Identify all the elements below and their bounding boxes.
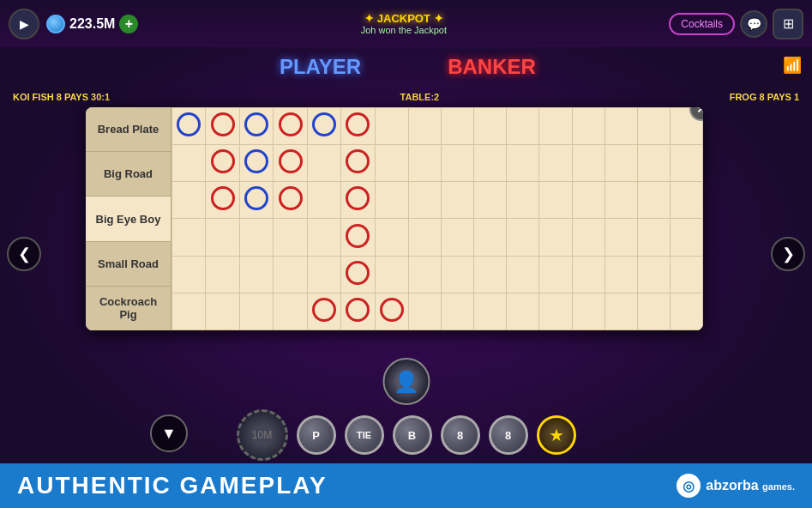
grid-cell	[670, 145, 702, 182]
banker-bet-button[interactable]: B	[393, 415, 432, 455]
grid-cell	[442, 293, 474, 330]
grid-cell	[274, 219, 307, 256]
grid-cell	[637, 108, 670, 145]
red-circle	[211, 112, 235, 136]
red-circle	[380, 298, 404, 322]
grid-cell	[474, 145, 507, 182]
logo-text: abzorba games.	[706, 478, 795, 493]
grid-cell	[274, 256, 307, 293]
jackpot-title: ✦ JACKPOT ✦	[138, 12, 669, 25]
red-circle	[346, 149, 370, 173]
blue-circle	[312, 112, 336, 136]
grid-icon: ⊞	[783, 15, 794, 32]
grid-cell	[409, 145, 442, 182]
close-icon: ✕	[696, 107, 703, 116]
grid-cell	[307, 108, 340, 145]
grid-cell	[239, 182, 273, 219]
red-circle	[346, 186, 370, 210]
coin-icon	[46, 15, 65, 33]
ten-million-chip[interactable]: 10M	[237, 409, 288, 461]
grid-cell	[172, 108, 206, 145]
grid-cell	[409, 293, 442, 330]
grid-cell	[507, 145, 539, 182]
grid-cell	[239, 293, 273, 330]
grid-cell	[375, 182, 408, 219]
tie-bet-button[interactable]: TIE	[345, 415, 384, 455]
sidebar-item-big-eye-boy[interactable]: Big Eye Boy	[86, 197, 171, 241]
koi-fish-text: KOI FISH 8 PAYS 30:1	[13, 92, 110, 102]
grid-cell	[572, 293, 604, 330]
bottom-chips: 10M P TIE B 8 8 ★	[0, 409, 812, 461]
grid-cell	[507, 108, 539, 145]
grid-cell	[409, 219, 442, 256]
right-arrow-button[interactable]: ❯	[771, 237, 805, 271]
grid-cell	[442, 256, 474, 293]
chat-icon: 💬	[747, 17, 761, 31]
roadmap-sidebar: Bread Plate Big Road Big Eye Boy Small R…	[86, 107, 171, 330]
grid-cell	[274, 182, 307, 219]
player-bet-button[interactable]: P	[297, 415, 336, 455]
grid-cell	[206, 293, 239, 330]
grid-cell	[604, 256, 637, 293]
abzorba-logo-icon: ◎	[677, 474, 701, 498]
grid-cell	[539, 182, 572, 219]
grid-cell	[474, 182, 507, 219]
red-circle	[346, 112, 370, 136]
grid-cell	[274, 293, 307, 330]
footer: AUTHENTIC GAMEPLAY ◎ abzorba games.	[0, 463, 812, 508]
cocktails-button[interactable]: Cocktails	[669, 13, 735, 35]
grid-cell	[572, 256, 604, 293]
jackpot-area: ✦ JACKPOT ✦ Joh won the Jackpot	[138, 12, 669, 35]
sidebar-item-bread-plate[interactable]: Bread Plate	[86, 107, 171, 152]
sidebar-item-small-road[interactable]: Small Road	[86, 242, 171, 287]
grid-cell	[307, 145, 340, 182]
star-icon: ★	[549, 425, 564, 445]
grid-cell	[442, 108, 474, 145]
red-circle	[211, 149, 235, 173]
chip-8b-button[interactable]: 8	[489, 415, 528, 455]
blue-circle	[244, 186, 268, 210]
grid-cell	[206, 108, 239, 145]
play-button[interactable]: ▶	[9, 9, 39, 39]
sidebar-item-cockroach-pig[interactable]: Cockroach Pig	[86, 287, 171, 330]
grid-cell	[539, 293, 572, 330]
grid-cell	[670, 182, 702, 219]
grid-cell	[604, 293, 637, 330]
star-button[interactable]: ★	[537, 415, 576, 455]
chip-8-button[interactable]: 8	[441, 415, 480, 455]
grid-cell	[274, 145, 307, 182]
grid-cell	[409, 182, 442, 219]
grid-cell	[409, 108, 442, 145]
grid-cell	[572, 182, 604, 219]
grid-cell	[539, 219, 572, 256]
grid-cell	[239, 108, 273, 145]
red-circle	[312, 298, 336, 322]
coin-area: 223.5M +	[46, 15, 138, 33]
grid-button[interactable]: ⊞	[773, 9, 803, 39]
grid-cell	[507, 256, 539, 293]
chat-button[interactable]: 💬	[740, 10, 767, 38]
footer-text: AUTHENTIC GAMEPLAY	[17, 472, 328, 499]
red-circle	[211, 186, 235, 210]
grid-cell	[206, 256, 239, 293]
grid-cell	[442, 145, 474, 182]
red-circle	[279, 186, 303, 210]
grid-cell	[375, 219, 408, 256]
grid-cell	[341, 182, 375, 219]
grid-cell	[604, 182, 637, 219]
grid-cell	[239, 219, 273, 256]
road-grid-table	[171, 107, 703, 330]
pb-header: PLAYER BANKER	[0, 47, 812, 86]
left-arrow-button[interactable]: ❮	[7, 237, 41, 271]
grid-cell	[341, 145, 375, 182]
grid-cell	[604, 108, 637, 145]
grid-cell	[442, 219, 474, 256]
red-circle	[279, 112, 303, 136]
grid-cell	[206, 182, 239, 219]
grid-cell	[539, 145, 572, 182]
sidebar-item-big-road[interactable]: Big Road	[86, 152, 171, 197]
add-coins-button[interactable]: +	[119, 15, 138, 33]
footer-logo: ◎ abzorba games.	[677, 474, 795, 498]
grid-cell	[375, 108, 408, 145]
grid-cell	[341, 256, 375, 293]
